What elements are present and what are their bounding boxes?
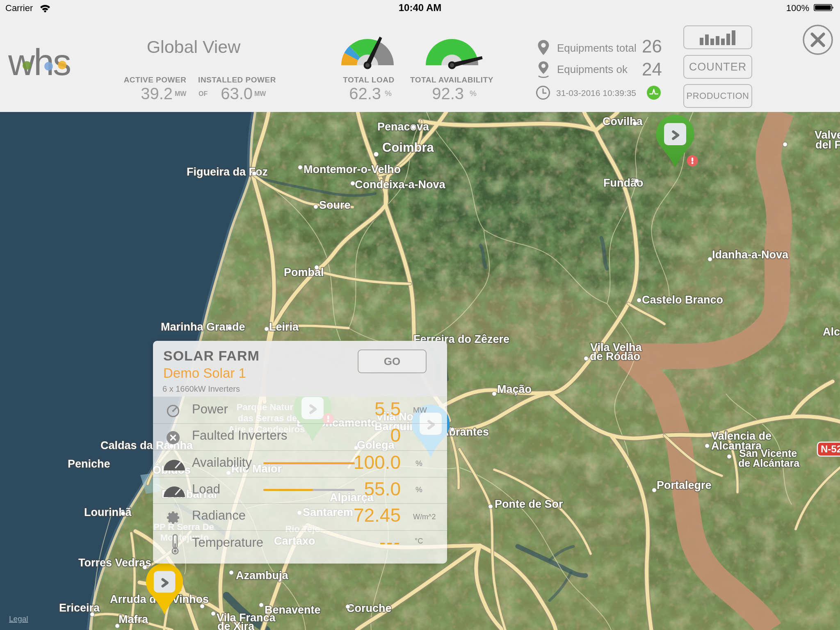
svg-text:Torres Vedras: Torres Vedras [78,557,151,569]
svg-text:de Alcántara: de Alcántara [738,457,800,469]
svg-text:de Xira: de Xira [217,620,255,630]
svg-text:Castelo Branco: Castelo Branco [642,294,723,306]
svg-text:Coimbra: Coimbra [382,140,434,155]
svg-text:Leiria: Leiria [269,321,299,333]
svg-text:Legal: Legal [9,614,28,623]
svg-text:Idanha-a-Nova: Idanha-a-Nova [712,249,789,261]
svg-text:Mafra: Mafra [119,613,148,625]
svg-text:Ponte de Sor: Ponte de Sor [495,498,563,510]
svg-text:de Ródão: de Ródão [590,350,640,363]
svg-text:Mação: Mação [497,383,532,395]
svg-text:Azambuja: Azambuja [236,569,289,582]
svg-text:Ericeira: Ericeira [59,602,100,614]
svg-text:Coruche: Coruche [347,602,392,614]
svg-text:N-52: N-52 [821,443,840,454]
svg-text:Condeixa-a-Nova: Condeixa-a-Nova [355,178,446,191]
svg-text:Marinha Grande: Marinha Grande [161,321,245,333]
svg-text:Alcánta: Alcánta [823,326,840,338]
svg-text:Soure: Soure [319,199,351,211]
svg-text:Covilha: Covilha [603,115,643,128]
svg-text:Portalegre: Portalegre [657,479,712,491]
svg-text:Montemor-o-Velho: Montemor-o-Velho [304,163,401,176]
svg-text:Peniche: Peniche [68,458,110,470]
svg-text:del Fre: del Fre [815,139,840,151]
svg-text:Penacova: Penacova [377,121,429,133]
